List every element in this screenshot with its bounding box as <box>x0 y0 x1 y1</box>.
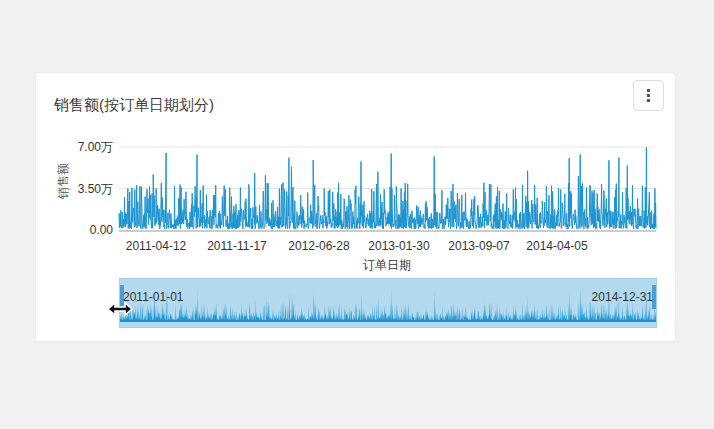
x-tick-label: 2012-06-28 <box>288 239 349 253</box>
x-tick-label: 2011-04-12 <box>126 239 187 253</box>
datazoom-slider[interactable]: 2011-01-01 2014-12-31 <box>119 278 657 328</box>
x-tick-label: 2014-04-05 <box>526 239 587 253</box>
x-tick-label: 2013-09-07 <box>448 239 509 253</box>
datazoom-start-label: 2011-01-01 <box>123 290 184 304</box>
x-tick-label: 2011-11-17 <box>207 239 267 253</box>
x-axis-title: 订单日期 <box>363 257 411 274</box>
sales-chart-card: 销售额(按订单日期划分) 0.003.50万7.00万 2011-04-1220… <box>35 72 676 342</box>
datazoom-mini-chart <box>120 279 656 327</box>
y-axis-title: 销售额 <box>55 163 72 199</box>
y-tick-label: 0.00 <box>53 223 113 237</box>
datazoom-end-label: 2014-12-31 <box>592 290 653 304</box>
y-tick-label: 7.00万 <box>53 139 113 156</box>
x-tick-label: 2013-01-30 <box>368 239 429 253</box>
